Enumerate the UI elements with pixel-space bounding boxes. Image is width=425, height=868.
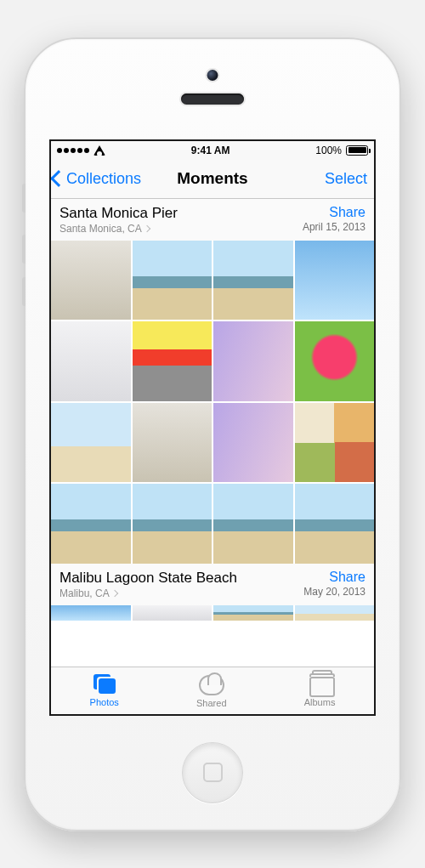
device-top <box>26 39 400 139</box>
share-button[interactable]: Share <box>303 570 366 585</box>
share-button[interactable]: Share <box>303 205 366 220</box>
photo-thumbnail[interactable] <box>295 321 375 401</box>
photo-thumbnail[interactable] <box>295 241 375 321</box>
tab-label: Shared <box>196 698 226 708</box>
tab-bar: Photos Shared Albums <box>51 667 374 714</box>
photo-grid <box>51 241 374 564</box>
photo-thumbnail[interactable] <box>295 403 375 483</box>
albums-icon <box>309 677 335 697</box>
chevron-right-icon <box>110 589 117 596</box>
tab-shared[interactable]: Shared <box>196 672 226 708</box>
moment-date: May 20, 2013 <box>303 586 366 598</box>
back-button[interactable]: Collections <box>53 170 141 188</box>
photo-thumbnail[interactable] <box>51 241 131 321</box>
status-bar: 9:41 AM 100% <box>51 141 374 160</box>
navigation-bar: Collections Moments Select <box>51 160 374 199</box>
tab-albums[interactable]: Albums <box>304 674 336 707</box>
status-time: 9:41 AM <box>191 145 230 156</box>
cloud-icon <box>199 675 224 695</box>
photos-icon <box>92 674 117 695</box>
photo-thumbnail[interactable] <box>213 484 293 564</box>
photo-thumbnail[interactable] <box>133 605 212 621</box>
photo-thumbnail[interactable] <box>213 605 293 621</box>
chevron-right-icon <box>143 224 150 231</box>
content-scroll[interactable]: Santa Monica Pier Santa Monica, CA Share… <box>51 199 374 667</box>
chevron-left-icon <box>50 170 67 187</box>
photo-thumbnail[interactable] <box>51 321 131 401</box>
photo-grid <box>51 605 374 621</box>
moment-title: Santa Monica Pier <box>60 205 178 222</box>
battery-percentage: 100% <box>315 145 342 156</box>
moment-header[interactable]: Santa Monica Pier Santa Monica, CA Share… <box>51 199 374 241</box>
photo-thumbnail[interactable] <box>51 605 131 621</box>
photo-thumbnail[interactable] <box>213 241 293 321</box>
photo-thumbnail[interactable] <box>51 403 131 483</box>
back-label: Collections <box>66 170 141 188</box>
home-button[interactable] <box>182 742 243 803</box>
signal-strength-icon <box>57 148 89 153</box>
tab-label: Albums <box>304 697 336 707</box>
photo-thumbnail[interactable] <box>133 241 212 321</box>
earpiece-speaker-icon <box>181 94 244 105</box>
photo-thumbnail[interactable] <box>133 403 212 483</box>
photo-thumbnail[interactable] <box>51 484 131 564</box>
photo-thumbnail[interactable] <box>295 484 375 564</box>
tab-photos[interactable]: Photos <box>90 674 119 707</box>
wifi-icon <box>94 145 105 156</box>
moment-date: April 15, 2013 <box>303 221 366 233</box>
home-square-icon <box>203 763 223 782</box>
moment-title: Malibu Lagoon State Beach <box>60 570 237 587</box>
photo-thumbnail[interactable] <box>295 605 375 621</box>
moment-subtitle: Santa Monica, CA <box>60 223 142 235</box>
battery-icon <box>346 145 368 156</box>
photo-thumbnail[interactable] <box>133 321 212 401</box>
front-camera-icon <box>207 70 218 81</box>
device-bottom <box>182 716 243 830</box>
screen: 9:41 AM 100% Collections Moments Select … <box>49 139 376 716</box>
photo-thumbnail[interactable] <box>213 321 293 401</box>
photo-thumbnail[interactable] <box>213 403 293 483</box>
photo-thumbnail[interactable] <box>133 484 212 564</box>
tab-label: Photos <box>90 697 119 707</box>
select-button[interactable]: Select <box>325 170 367 188</box>
iphone-device-frame: 9:41 AM 100% Collections Moments Select … <box>24 37 401 831</box>
moment-header[interactable]: Malibu Lagoon State Beach Malibu, CA Sha… <box>51 564 374 605</box>
moment-subtitle: Malibu, CA <box>60 587 110 599</box>
